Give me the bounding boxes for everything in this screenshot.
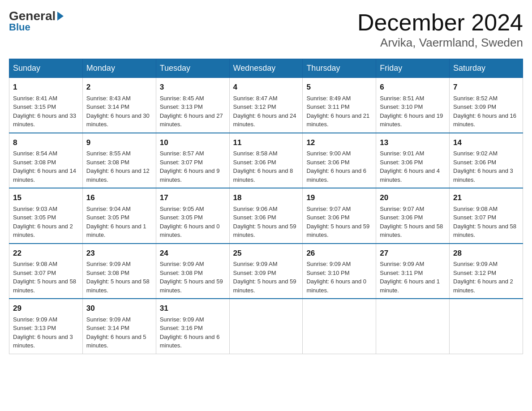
sunset-text: Sunset: 3:11 PM: [306, 103, 349, 110]
day-number: 10: [160, 137, 226, 149]
sunrise-text: Sunrise: 9:09 AM: [233, 261, 278, 267]
calendar-cell: 18Sunrise: 9:06 AMSunset: 3:06 PMDayligh…: [229, 188, 303, 244]
calendar-header-saturday: Saturday: [450, 59, 523, 78]
calendar-cell: 15Sunrise: 9:03 AMSunset: 3:05 PMDayligh…: [9, 188, 83, 244]
logo: General Blue: [9, 9, 64, 33]
day-number: 22: [13, 248, 79, 259]
daylight-text: Daylight: 6 hours and 6 minutes.: [306, 167, 366, 183]
day-number: 21: [453, 192, 519, 204]
sunset-text: Sunset: 3:06 PM: [306, 159, 349, 166]
calendar-header-thursday: Thursday: [303, 59, 376, 78]
calendar-cell: 17Sunrise: 9:05 AMSunset: 3:05 PMDayligh…: [156, 188, 229, 244]
day-number: 16: [86, 192, 152, 204]
calendar-cell: 16Sunrise: 9:04 AMSunset: 3:05 PMDayligh…: [82, 188, 156, 244]
calendar-cell: 25Sunrise: 9:09 AMSunset: 3:09 PMDayligh…: [229, 244, 303, 299]
calendar-cell: 14Sunrise: 9:02 AMSunset: 3:06 PMDayligh…: [450, 133, 523, 188]
daylight-text: Daylight: 6 hours and 12 minutes.: [86, 167, 150, 183]
sunrise-text: Sunrise: 9:07 AM: [380, 206, 424, 212]
calendar-cell: 2Sunrise: 8:43 AMSunset: 3:14 PMDaylight…: [82, 78, 156, 133]
month-title: December 2024: [357, 9, 523, 36]
calendar-cell: 31Sunrise: 9:09 AMSunset: 3:16 PMDayligh…: [156, 299, 229, 354]
sunset-text: Sunset: 3:14 PM: [86, 325, 129, 331]
sunrise-text: Sunrise: 8:45 AM: [160, 95, 204, 102]
day-number: 3: [160, 81, 226, 93]
calendar-header-row: SundayMondayTuesdayWednesdayThursdayFrid…: [9, 59, 523, 78]
calendar-cell: [229, 299, 303, 354]
sunrise-text: Sunrise: 8:43 AM: [86, 95, 131, 102]
daylight-text: Daylight: 6 hours and 33 minutes.: [13, 112, 76, 128]
day-number: 8: [13, 137, 79, 149]
calendar-cell: [376, 299, 450, 354]
day-number: 6: [380, 81, 446, 93]
calendar-cell: [303, 299, 376, 354]
daylight-text: Daylight: 6 hours and 2 minutes.: [13, 223, 73, 239]
sunset-text: Sunset: 3:12 PM: [453, 270, 496, 276]
daylight-text: Daylight: 6 hours and 21 minutes.: [306, 112, 369, 128]
sunset-text: Sunset: 3:08 PM: [86, 159, 129, 166]
daylight-text: Daylight: 5 hours and 58 minutes.: [453, 223, 516, 239]
sunset-text: Sunset: 3:06 PM: [306, 214, 349, 221]
daylight-text: Daylight: 6 hours and 14 minutes.: [13, 167, 76, 183]
day-number: 5: [306, 81, 372, 93]
sunrise-text: Sunrise: 8:49 AM: [306, 95, 351, 102]
sunset-text: Sunset: 3:06 PM: [233, 214, 276, 221]
sunrise-text: Sunrise: 9:08 AM: [453, 206, 498, 212]
sunrise-text: Sunrise: 8:57 AM: [160, 150, 204, 157]
daylight-text: Daylight: 5 hours and 59 minutes.: [233, 223, 296, 239]
calendar-cell: 26Sunrise: 9:09 AMSunset: 3:10 PMDayligh…: [303, 244, 376, 299]
calendar-cell: 23Sunrise: 9:09 AMSunset: 3:08 PMDayligh…: [82, 244, 156, 299]
day-number: 9: [86, 137, 152, 149]
page-header: General Blue December 2024 Arvika, Vaerm…: [9, 9, 523, 50]
daylight-text: Daylight: 6 hours and 9 minutes.: [160, 167, 220, 183]
daylight-text: Daylight: 6 hours and 1 minute.: [86, 223, 146, 239]
day-number: 28: [453, 248, 519, 259]
calendar-cell: 30Sunrise: 9:09 AMSunset: 3:14 PMDayligh…: [82, 299, 156, 354]
calendar-cell: 7Sunrise: 8:52 AMSunset: 3:09 PMDaylight…: [450, 78, 523, 133]
daylight-text: Daylight: 6 hours and 5 minutes.: [86, 334, 146, 349]
day-number: 29: [13, 303, 79, 314]
sunrise-text: Sunrise: 9:09 AM: [160, 261, 204, 267]
day-number: 30: [86, 303, 152, 314]
daylight-text: Daylight: 6 hours and 30 minutes.: [86, 112, 150, 128]
calendar-cell: 10Sunrise: 8:57 AMSunset: 3:07 PMDayligh…: [156, 133, 229, 188]
sunset-text: Sunset: 3:06 PM: [380, 214, 423, 221]
sunset-text: Sunset: 3:06 PM: [453, 159, 496, 166]
sunset-text: Sunset: 3:07 PM: [13, 270, 56, 276]
sunset-text: Sunset: 3:15 PM: [13, 103, 56, 110]
sunrise-text: Sunrise: 9:09 AM: [380, 261, 424, 267]
sunrise-text: Sunrise: 8:54 AM: [13, 150, 57, 157]
calendar-cell: 19Sunrise: 9:07 AMSunset: 3:06 PMDayligh…: [303, 188, 376, 244]
daylight-text: Daylight: 5 hours and 59 minutes.: [233, 278, 296, 294]
sunset-text: Sunset: 3:13 PM: [160, 103, 203, 110]
daylight-text: Daylight: 6 hours and 19 minutes.: [380, 112, 443, 128]
daylight-text: Daylight: 6 hours and 3 minutes.: [13, 334, 73, 349]
sunrise-text: Sunrise: 8:47 AM: [233, 95, 278, 102]
daylight-text: Daylight: 5 hours and 58 minutes.: [86, 278, 150, 294]
calendar-cell: 6Sunrise: 8:51 AMSunset: 3:10 PMDaylight…: [376, 78, 450, 133]
calendar-cell: 21Sunrise: 9:08 AMSunset: 3:07 PMDayligh…: [450, 188, 523, 244]
sunset-text: Sunset: 3:05 PM: [86, 214, 129, 221]
day-number: 25: [233, 248, 299, 259]
sunset-text: Sunset: 3:09 PM: [233, 270, 276, 276]
sunset-text: Sunset: 3:07 PM: [453, 214, 496, 221]
sunrise-text: Sunrise: 9:03 AM: [13, 206, 57, 212]
sunset-text: Sunset: 3:06 PM: [380, 159, 423, 166]
location-title: Arvika, Vaermland, Sweden: [357, 36, 523, 50]
day-number: 23: [86, 248, 152, 259]
sunrise-text: Sunrise: 9:07 AM: [306, 206, 351, 212]
sunset-text: Sunset: 3:08 PM: [86, 270, 129, 276]
sunset-text: Sunset: 3:10 PM: [306, 270, 349, 276]
calendar-week-row: 29Sunrise: 9:09 AMSunset: 3:13 PMDayligh…: [9, 299, 523, 354]
calendar-cell: 24Sunrise: 9:09 AMSunset: 3:08 PMDayligh…: [156, 244, 229, 299]
daylight-text: Daylight: 6 hours and 6 minutes.: [160, 334, 220, 349]
sunrise-text: Sunrise: 8:52 AM: [453, 95, 498, 102]
sunrise-text: Sunrise: 8:41 AM: [13, 95, 57, 102]
day-number: 4: [233, 81, 299, 93]
day-number: 31: [160, 303, 226, 314]
sunrise-text: Sunrise: 8:51 AM: [380, 95, 424, 102]
sunset-text: Sunset: 3:12 PM: [233, 103, 276, 110]
daylight-text: Daylight: 6 hours and 0 minutes.: [160, 223, 220, 239]
logo-blue-text: Blue: [9, 21, 30, 33]
sunset-text: Sunset: 3:14 PM: [86, 103, 129, 110]
sunset-text: Sunset: 3:07 PM: [160, 159, 203, 166]
